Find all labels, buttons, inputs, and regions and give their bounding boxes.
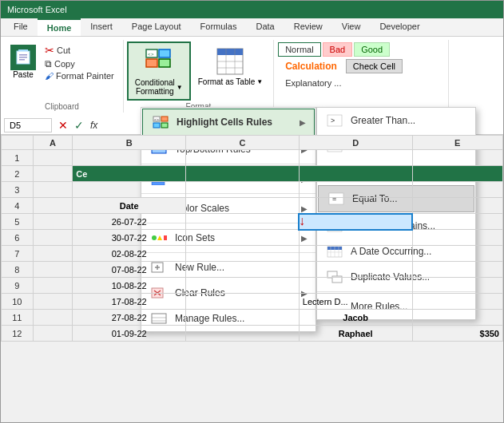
cell-d5[interactable] (299, 214, 412, 230)
cell-e3[interactable] (412, 182, 502, 198)
tab-view[interactable]: View (332, 18, 371, 36)
cf-arrow: ▼ (177, 84, 183, 91)
cell-b4[interactable]: Date (73, 198, 186, 214)
table-row: 11 27-08-22 Jacob (2, 310, 503, 326)
cell-c5[interactable] (186, 214, 300, 230)
cell-a11[interactable] (33, 310, 73, 326)
format-as-table-button[interactable]: Format as Table ▼ (191, 42, 270, 101)
cell-e6[interactable] (412, 230, 502, 246)
style-explanatory[interactable]: Explanatory ... (278, 76, 348, 90)
row-10: 10 (2, 294, 34, 310)
cell-b1[interactable] (73, 150, 186, 166)
gt-label: Greater Than... (351, 115, 415, 126)
cell-b6[interactable]: 30-07-22 (73, 230, 186, 246)
cell-c1[interactable] (186, 150, 300, 166)
cell-e12[interactable]: $350 (412, 326, 502, 342)
highlight-svg: < > (153, 116, 169, 128)
format-painter-button[interactable]: 🖌 Format Painter (42, 70, 117, 81)
svg-rect-8 (159, 59, 170, 67)
cell-b3[interactable] (73, 182, 186, 198)
cell-a1[interactable] (33, 150, 73, 166)
cell-a7[interactable] (33, 246, 73, 262)
cell-e8[interactable] (412, 262, 502, 278)
cell-d6[interactable] (299, 230, 412, 246)
cell-d3[interactable] (299, 182, 412, 198)
cell-reference-input[interactable] (4, 118, 52, 132)
col-D[interactable]: D (299, 136, 412, 150)
copy-button[interactable]: ⧉ Copy (42, 57, 117, 70)
style-bad[interactable]: Bad (323, 42, 353, 57)
col-B[interactable]: B (73, 136, 186, 150)
cell-a3[interactable] (33, 182, 73, 198)
cell-b10[interactable]: 17-08-22 (73, 294, 186, 310)
tab-insert[interactable]: Insert (81, 18, 122, 36)
style-good[interactable]: Good (354, 42, 390, 57)
cell-a5[interactable] (33, 214, 73, 230)
cell-c9[interactable] (186, 278, 300, 294)
cell-c12[interactable] (186, 326, 300, 342)
col-C[interactable]: C (186, 136, 300, 150)
style-normal[interactable]: Normal (278, 42, 320, 57)
cell-d8[interactable] (299, 262, 412, 278)
cell-d7[interactable] (299, 246, 412, 262)
cell-a12[interactable] (33, 326, 73, 342)
cell-d11[interactable]: Jacob (299, 310, 412, 326)
tab-formulas[interactable]: Formulas (191, 18, 247, 36)
cell-d1[interactable] (299, 150, 412, 166)
style-calculation[interactable]: Calculation (278, 58, 344, 74)
cell-e5[interactable] (412, 214, 502, 230)
cell-b9[interactable]: 10-08-22 (73, 278, 186, 294)
cell-a10[interactable] (33, 294, 73, 310)
cell-c8[interactable] (186, 262, 300, 278)
tab-review[interactable]: Review (284, 18, 332, 36)
cell-b7[interactable]: 02-08-22 (73, 246, 186, 262)
cell-e7[interactable] (412, 246, 502, 262)
cell-b12[interactable]: 01-09-22 (73, 326, 186, 342)
menu-highlight-cells[interactable]: < > Highlight Cells Rules ▶ (142, 109, 315, 136)
tab-file[interactable]: File (4, 18, 38, 36)
cell-a8[interactable] (33, 262, 73, 278)
cell-c3[interactable] (186, 182, 300, 198)
tab-home[interactable]: Home (38, 18, 81, 36)
cell-c10[interactable] (186, 294, 300, 310)
cell-e10[interactable] (412, 294, 502, 310)
cell-e2[interactable] (412, 166, 502, 182)
tab-data[interactable]: Data (246, 18, 284, 36)
cell-d10[interactable]: Lectern D... (299, 294, 412, 310)
style-checkcell[interactable]: Check Cell (346, 59, 403, 73)
cell-b11[interactable]: 27-08-22 (73, 310, 186, 326)
cell-e9[interactable] (412, 278, 502, 294)
svg-text:>: > (157, 117, 159, 122)
conditional-formatting-button[interactable]: < > ConditionalFormatting ▼ (127, 42, 191, 101)
col-A[interactable]: A (33, 136, 73, 150)
cell-d2[interactable] (299, 166, 412, 182)
cancel-formula-button[interactable]: ✕ (58, 119, 68, 132)
cell-c6[interactable] (186, 230, 300, 246)
paste-button[interactable]: Paste (7, 42, 39, 82)
cell-a4[interactable] (33, 198, 73, 214)
submenu-greaterthan[interactable]: > Greater Than... (317, 108, 475, 133)
cell-a2[interactable] (33, 166, 73, 182)
cell-c4[interactable] (186, 198, 300, 214)
cell-c7[interactable] (186, 246, 300, 262)
cell-e1[interactable] (412, 150, 502, 166)
confirm-formula-button[interactable]: ✓ (74, 119, 84, 132)
col-E[interactable]: E (412, 136, 502, 150)
function-button[interactable]: fx (90, 120, 97, 131)
cell-d12[interactable]: Raphael (299, 326, 412, 342)
tab-page-layout[interactable]: Page Layout (122, 18, 191, 36)
cell-d4[interactable] (299, 198, 412, 214)
cell-b2[interactable]: Ce (73, 166, 186, 182)
cell-c11[interactable] (186, 310, 300, 326)
cell-d9[interactable] (299, 278, 412, 294)
tab-developer[interactable]: Developer (370, 18, 429, 36)
cell-c2[interactable] (186, 166, 300, 182)
cell-a6[interactable] (33, 230, 73, 246)
cell-b5[interactable]: 26-07-22 (73, 214, 186, 230)
cell-b8[interactable]: 07-08-22 (73, 262, 186, 278)
cut-button[interactable]: ✂ Cut (42, 43, 117, 57)
format-buttons-row: < > ConditionalFormatting ▼ (127, 42, 270, 101)
cell-a9[interactable] (33, 278, 73, 294)
cell-e4[interactable] (412, 198, 502, 214)
cell-e11[interactable] (412, 310, 502, 326)
